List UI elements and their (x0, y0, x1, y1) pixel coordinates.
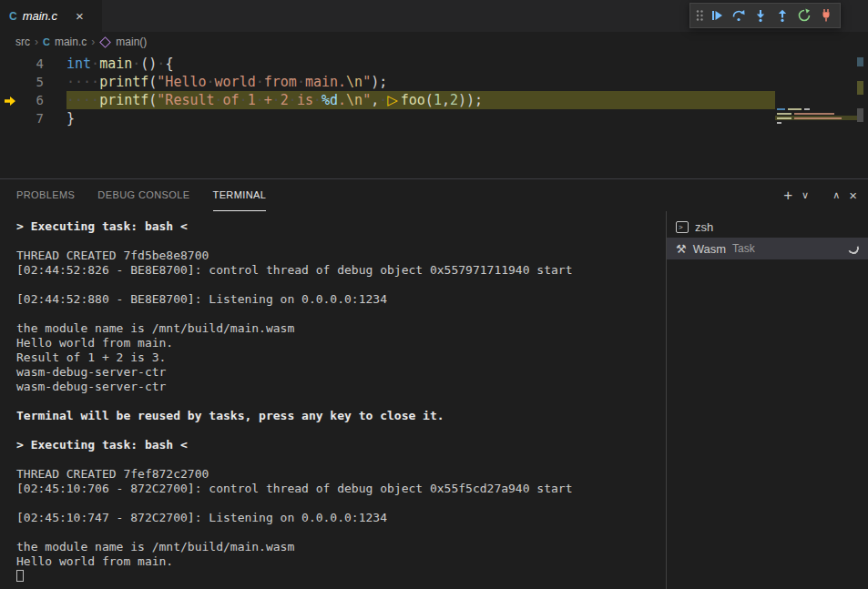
overview-ruler-mark (857, 57, 863, 66)
terminal-line: the module name is /mnt/build/main.wasm (16, 321, 666, 336)
breadcrumb-item-main-fn[interactable]: main() (116, 36, 147, 48)
minimap-line (777, 108, 855, 110)
panel-actions: + ∨ ∧ × (783, 179, 857, 211)
tools-icon: ⚒ (676, 242, 687, 256)
close-panel-icon[interactable]: × (849, 188, 857, 203)
step-over-icon (731, 8, 746, 23)
step-out-icon (775, 8, 790, 23)
close-icon[interactable]: × (76, 8, 84, 24)
tab-terminal[interactable]: TERMINAL (213, 179, 267, 211)
debug-toolbar (689, 3, 841, 28)
restart-icon (797, 8, 812, 23)
terminal-line (16, 452, 666, 467)
terminal-tab-label: zsh (695, 220, 713, 234)
tab-debug-console[interactable]: DEBUG CONSOLE (97, 179, 189, 211)
terminal-line: THREAD CREATED 7fef872c2700 (16, 467, 666, 482)
tab-label: main.c (23, 9, 57, 23)
code-line[interactable]: 5····printf("Hello·world·from·main.\n"); (0, 73, 868, 91)
code-line-content: int·main·()·{ (66, 55, 775, 73)
terminal-line (16, 423, 666, 438)
terminal-tabs-list: > zsh ⚒ Wasm Task (666, 211, 868, 589)
terminal-line: Hello world from main. (16, 554, 666, 569)
line-number[interactable]: 5 (0, 73, 66, 91)
code-line-content: ····printf("Result·of·1·+·2·is·%d.\n",·▷… (66, 91, 775, 109)
terminal-line: Result of 1 + 2 is 3. (16, 350, 666, 365)
chevron-right-icon: › (91, 36, 95, 48)
breadcrumb: src › C main.c › main() (0, 32, 868, 52)
terminal-line: [02:44:52:880 - BE8E8700]: Listening on … (16, 292, 666, 307)
breadcrumb-item-main-c[interactable]: main.c (55, 36, 87, 48)
gripper-icon (695, 8, 704, 23)
terminal-line (16, 307, 666, 321)
c-file-icon: C (43, 36, 50, 47)
breadcrumb-item-src[interactable]: src (15, 36, 30, 48)
minimap-line (777, 122, 855, 124)
line-number[interactable]: 6 (0, 91, 66, 109)
terminal-line: [02:44:52:826 - BE8E8700]: control threa… (16, 263, 666, 278)
terminal-line: [02:45:10:706 - 872C2700]: control threa… (16, 482, 666, 496)
terminal-line (16, 496, 666, 511)
restart-button[interactable] (793, 5, 815, 26)
overview-ruler-mark (857, 108, 863, 122)
terminal-cursor (16, 570, 24, 582)
terminal-icon: > (676, 221, 689, 233)
terminal-line (16, 394, 666, 409)
terminal-tab-label: Wasm (693, 242, 726, 256)
code-line[interactable]: 4int·main·()·{ (0, 55, 868, 73)
disconnect-icon (819, 8, 833, 23)
continue-icon (710, 8, 724, 23)
maximize-panel-chevron-up-icon[interactable]: ∧ (832, 189, 840, 201)
step-over-button[interactable] (728, 5, 750, 26)
overview-ruler (854, 55, 866, 178)
panel-body: > Executing task: bash <THREAD CREATED 7… (0, 211, 868, 589)
line-number[interactable]: 4 (0, 55, 66, 73)
line-number[interactable]: 7 (0, 109, 66, 127)
code-line[interactable]: 7} (0, 109, 868, 127)
minimap-line (777, 113, 855, 115)
bottom-panel: PROBLEMS DEBUG CONSOLE TERMINAL + ∨ ∧ × … (0, 178, 868, 589)
c-file-icon: C (9, 10, 17, 23)
terminal-line: > Executing task: bash < (16, 219, 666, 234)
continue-button[interactable] (706, 5, 728, 26)
task-running-spinner-icon (846, 241, 860, 255)
disconnect-button[interactable] (815, 5, 837, 26)
minimap[interactable] (777, 108, 855, 127)
terminal-line: wasm-debug-server-ctr (16, 380, 666, 394)
terminal-line (16, 525, 666, 540)
code-editor[interactable]: 4int·main·()·{5····printf("Hello·world·f… (0, 52, 868, 181)
step-into-icon (753, 8, 768, 23)
step-into-button[interactable] (750, 5, 771, 26)
overview-ruler-mark (857, 81, 863, 95)
step-out-button[interactable] (771, 5, 793, 26)
terminal-line: wasm-debug-server-ctr (16, 365, 666, 380)
terminal-line: > Executing task: bash < (16, 438, 666, 452)
tab-main-c[interactable]: C main.c × (0, 0, 102, 32)
chevron-right-icon: › (35, 36, 38, 48)
terminal-tab-sublabel: Task (732, 242, 755, 255)
terminal-line: Hello world from main. (16, 336, 666, 350)
terminal-output[interactable]: > Executing task: bash <THREAD CREATED 7… (0, 211, 666, 589)
panel-header: PROBLEMS DEBUG CONSOLE TERMINAL + ∨ ∧ × (0, 179, 868, 211)
terminal-line (16, 569, 666, 584)
terminal-line: [02:45:10:747 - 872C2700]: Listening on … (16, 511, 666, 525)
code-line-content: ····printf("Hello·world·from·main.\n"); (66, 73, 775, 91)
terminal-line (16, 234, 666, 249)
terminal-tab-zsh[interactable]: > zsh (667, 216, 868, 238)
terminal-line: the module name is /mnt/build/main.wasm (16, 540, 666, 554)
terminal-line: THREAD CREATED 7fd5be8e8700 (16, 249, 666, 263)
terminal-tab-wasm-task[interactable]: ⚒ Wasm Task (667, 238, 868, 259)
inline-run-icon[interactable]: ▷ (387, 92, 401, 108)
editor-tab-bar: C main.c × (0, 0, 868, 32)
code-line-content: } (66, 109, 775, 127)
terminal-line (16, 278, 666, 292)
code-line[interactable]: 6····printf("Result·of·1·+·2·is·%d.\n",·… (0, 91, 868, 109)
editor-lines: 4int·main·()·{5····printf("Hello·world·f… (0, 55, 868, 127)
tab-problems[interactable]: PROBLEMS (16, 179, 75, 211)
new-terminal-button[interactable]: + (783, 187, 792, 205)
toolbar-drag-handle-icon[interactable] (693, 5, 706, 26)
symbol-method-icon (99, 36, 111, 48)
terminal-line: Terminal will be reused by tasks, press … (16, 409, 666, 423)
launch-profile-chevron-down-icon[interactable]: ∨ (802, 189, 809, 201)
